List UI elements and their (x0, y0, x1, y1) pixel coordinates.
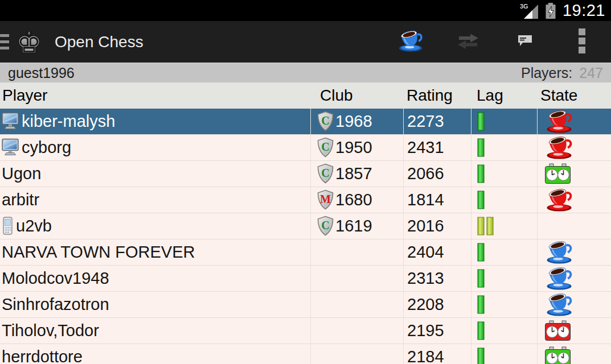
col-player: Player (0, 82, 310, 109)
player-cell: arbitr (0, 187, 310, 213)
svg-text:C: C (321, 219, 329, 231)
club-shield-icon: C (317, 163, 334, 184)
lag-bar-icon (477, 295, 487, 315)
player-name: Molodcov1948 (2, 269, 109, 288)
player-row[interactable]: NARVA TOWN FOREVER 2404 (0, 239, 611, 266)
status-bar: 3G 19:21 (0, 0, 611, 21)
rating-cell: 1814 (403, 187, 471, 213)
player-name: Sinhrofazotron (2, 295, 109, 314)
player-row[interactable]: kiber-malysh C 1968 2273 (0, 109, 611, 135)
player-row[interactable]: Tiholov,Todor 2195 (0, 318, 611, 344)
overflow-menu-icon (578, 27, 586, 57)
rating-cell: 2431 (403, 135, 471, 160)
player-name: Tiholov,Todor (2, 321, 99, 340)
lag-cell (471, 187, 537, 213)
red-cup-icon (544, 188, 575, 212)
player-row[interactable]: u2vb C 1619 2016 (0, 213, 611, 239)
phone-icon (2, 217, 14, 235)
col-lag: Lag (471, 82, 537, 109)
lag-cell (471, 239, 537, 265)
players-label: Players: (521, 65, 572, 81)
rating-value: 2195 (407, 321, 444, 340)
rating-cell: 2313 (403, 266, 471, 291)
state-cell (537, 344, 611, 364)
chat-button[interactable] (511, 26, 539, 58)
lag-bar-icon (477, 348, 487, 364)
svg-text:3G: 3G (520, 3, 528, 10)
club-rating: 1680 (335, 191, 372, 209)
red-clock-icon (544, 320, 571, 341)
svg-text:♚: ♚ (16, 26, 43, 60)
seek-game-button[interactable] (397, 26, 425, 58)
chat-icon (516, 34, 534, 50)
user-bar: guest1996 Players: 247 (0, 63, 611, 82)
state-cell (537, 187, 611, 213)
rating-cell: 2208 (403, 292, 471, 317)
player-name: herrdottore (2, 348, 83, 364)
svg-text:C: C (321, 140, 329, 153)
computer-icon (2, 138, 19, 157)
lag-cell (471, 318, 537, 344)
club-cell (310, 239, 403, 265)
player-name: kiber-malysh (22, 112, 115, 131)
red-cup-icon (544, 135, 575, 160)
club-rating: 1619 (335, 217, 372, 235)
blue-cup-icon (544, 292, 575, 317)
col-rating: Rating (403, 82, 471, 109)
svg-text:C: C (321, 167, 329, 179)
rating-cell: 2016 (403, 213, 471, 239)
player-row[interactable]: Molodcov1948 2313 (0, 266, 611, 292)
club-shield-icon: C (317, 111, 334, 132)
club-cell (310, 318, 403, 344)
computer-icon (2, 112, 19, 131)
players-count: 247 (579, 65, 603, 81)
blue-cup-icon (544, 240, 575, 264)
club-shield-icon: C (317, 216, 334, 237)
player-name: Ugon (2, 164, 41, 183)
svg-text:M: M (320, 193, 331, 205)
rating-cell: 2184 (403, 344, 471, 364)
club-cell: M 1680 (310, 187, 403, 213)
state-cell (537, 292, 611, 317)
state-cell (537, 239, 611, 265)
rating-value: 2431 (407, 138, 444, 157)
player-cell: Sinhrofazotron (0, 292, 310, 317)
club-rating: 1968 (335, 112, 372, 131)
svg-text:C: C (321, 114, 329, 127)
player-name: NARVA TOWN FOREVER (2, 243, 195, 262)
player-cell: u2vb (0, 213, 310, 239)
swap-button[interactable] (454, 26, 482, 58)
menu-button[interactable] (0, 28, 9, 56)
app-bar: ♚ Open Chess (0, 21, 611, 63)
player-table-body: kiber-malysh C 1968 2273 (0, 109, 611, 364)
club-rating: 1857 (335, 164, 372, 183)
blue-cup-icon (397, 30, 425, 55)
player-name: cyborg (22, 138, 71, 157)
swap-arrows-icon (455, 32, 481, 52)
player-name: u2vb (16, 217, 52, 235)
player-row[interactable]: cyborg C 1950 2431 (0, 135, 611, 161)
state-cell (537, 135, 611, 160)
green-clock-icon (544, 163, 571, 184)
club-cell: C 1619 (310, 213, 403, 239)
lag-bar-icon (477, 243, 487, 262)
rating-cell: 2195 (403, 318, 471, 344)
club-shield-icon: M (317, 189, 334, 210)
club-cell (310, 344, 403, 364)
player-row[interactable]: herrdottore 2184 (0, 344, 611, 364)
state-cell (537, 318, 611, 344)
player-row[interactable]: Sinhrofazotron 2208 (0, 292, 611, 318)
player-cell: Molodcov1948 (0, 266, 310, 291)
overflow-menu-button[interactable] (568, 26, 596, 58)
col-state: State (537, 82, 611, 109)
lag-bar-icon (477, 269, 487, 288)
lag-cell (471, 135, 537, 160)
red-cup-icon (544, 109, 575, 134)
signal-3g-icon: 3G (519, 2, 539, 19)
lag-bar-icon (477, 138, 487, 158)
lag-cell (471, 109, 537, 134)
lag-bar-icon (477, 191, 487, 210)
player-row[interactable]: Ugon C 1857 2066 (0, 161, 611, 187)
player-row[interactable]: arbitr M 1680 1814 (0, 187, 611, 213)
player-cell: herrdottore (0, 344, 310, 364)
